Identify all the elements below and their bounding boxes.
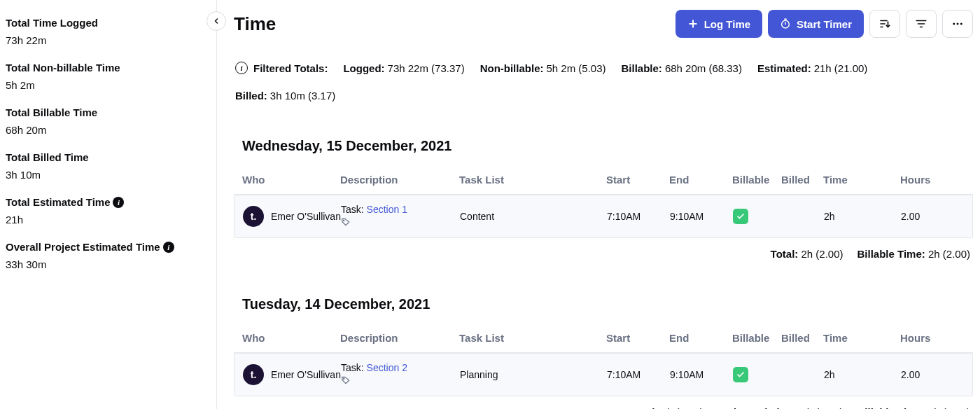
stat-billed: Total Billed Time 3h 10m [6,151,197,181]
tag-icon[interactable] [341,217,460,230]
sort-icon [878,18,891,30]
topbar: Time Log Time Start Timer [234,10,973,38]
svg-point-11 [953,23,955,25]
page-title: Time [234,13,670,35]
filter-button[interactable] [906,10,937,38]
footer-total: Total: 2h (2.00) [631,406,704,409]
col-task-list: Task List [459,332,606,344]
day-footer-totals: Total: 2h (2.00) Estimated Time: 4h (4.0… [234,406,973,409]
time-cell: 2h [824,369,901,380]
more-options-button[interactable] [942,10,973,38]
time-log-table: Who Description Task List Start End Bill… [234,324,973,396]
avatar [243,364,264,385]
filter-icon [915,18,927,30]
info-icon[interactable]: i [235,62,248,74]
col-end: End [669,332,732,344]
day-heading: Wednesday, 15 December, 2021 [234,138,973,154]
start-cell: 7:10AM [607,369,670,380]
task-link[interactable]: Section 1 [367,204,407,215]
time-cell: 2h [824,211,901,222]
ellipsis-icon [951,18,964,30]
footer-billable: Billable Time: 2h (2.00) [858,406,970,409]
col-description: Description [340,174,459,186]
day-footer-totals: Total: 2h (2.00) Billable Time: 2h (2.00… [234,248,973,260]
billable-check-icon [733,367,748,382]
avatar [243,206,264,227]
tag-icon[interactable] [341,375,460,388]
stat-value: 73h 22m [6,34,197,46]
chevron-left-icon [212,17,220,25]
stat-label: Total Time Logged [6,17,98,29]
footer-total: Total: 2h (2.00) [771,248,844,260]
col-hours: Hours [900,174,942,186]
end-cell: 9:10AM [670,211,733,222]
stat-label: Total Billable Time [6,106,97,118]
day-group: Wednesday, 15 December, 2021 Who Descrip… [234,138,973,260]
info-icon[interactable]: i [113,197,124,208]
log-time-button[interactable]: Log Time [676,10,762,38]
sort-button[interactable] [869,10,900,38]
col-who: Who [242,174,340,186]
table-header: Who Description Task List Start End Bill… [234,324,973,353]
col-billed: Billed [781,332,823,344]
task-list-cell: Content [460,211,607,222]
billable-check-icon [733,209,748,224]
filtered-logged: Logged: 73h 22m (73.37) [343,62,464,74]
stat-value: 33h 30m [6,258,197,270]
summary-sidebar: Total Time Logged 73h 22m Total Non-bill… [0,0,210,409]
svg-point-15 [343,378,344,379]
start-timer-button[interactable]: Start Timer [768,10,864,38]
end-cell: 9:10AM [670,369,733,380]
who-name: Emer O'Sullivan [271,369,341,380]
filtered-billed: Billed: 3h 10m (3.17) [235,90,335,102]
time-log-table: Who Description Task List Start End Bill… [234,165,973,238]
stat-label: Total Estimated Time [6,196,110,208]
filtered-nonbillable: Non-billable: 5h 2m (5.03) [480,62,606,74]
day-heading: Tuesday, 14 December, 2021 [234,296,973,312]
svg-point-13 [960,23,962,25]
col-billable: Billable [732,174,781,186]
stat-label: Total Non-billable Time [6,62,120,74]
stat-nonbillable: Total Non-billable Time 5h 2m [6,62,197,91]
col-who: Who [242,332,340,344]
plus-icon [687,18,699,29]
svg-point-12 [957,23,959,25]
stat-value: 3h 10m [6,169,197,181]
svg-point-14 [343,220,344,221]
table-header: Who Description Task List Start End Bill… [234,165,973,195]
hours-cell: 2.00 [901,369,943,380]
col-hours: Hours [900,332,942,344]
col-start: Start [606,332,669,344]
stopwatch-icon [780,18,791,29]
main-content: Time Log Time Start Timer i [217,0,980,409]
stat-value: 21h [6,214,197,226]
task-prefix: Task: [341,204,367,215]
stat-label: Overall Project Estimated Time [6,241,160,253]
sidebar-divider [210,0,217,409]
stat-value: 5h 2m [6,79,197,91]
start-cell: 7:10AM [607,211,670,222]
who-name: Emer O'Sullivan [271,211,341,222]
task-prefix: Task: [341,362,367,373]
col-task-list: Task List [459,174,606,186]
stat-total-logged: Total Time Logged 73h 22m [6,17,197,46]
stat-value: 68h 20m [6,124,197,136]
stat-overall-estimated: Overall Project Estimated Time i 33h 30m [6,241,197,270]
filtered-totals-bar: i Filtered Totals: Logged: 73h 22m (73.3… [234,62,973,102]
task-link[interactable]: Section 2 [367,362,407,373]
stat-billable: Total Billable Time 68h 20m [6,106,197,136]
col-description: Description [340,332,459,344]
col-end: End [669,174,732,186]
table-row[interactable]: Emer O'Sullivan Task: Section 1 Content … [234,195,973,238]
stat-estimated: Total Estimated Time i 21h [6,196,197,226]
collapse-sidebar-button[interactable] [206,11,226,31]
col-billable: Billable [732,332,781,344]
info-icon[interactable]: i [163,242,174,253]
filtered-estimated: Estimated: 21h (21.00) [757,62,867,74]
col-time: Time [823,332,900,344]
hours-cell: 2.00 [901,211,943,222]
table-row[interactable]: Emer O'Sullivan Task: Section 2 Planning… [234,353,973,396]
task-list-cell: Planning [460,369,607,380]
start-timer-label: Start Timer [797,18,852,30]
col-billed: Billed [781,174,823,186]
